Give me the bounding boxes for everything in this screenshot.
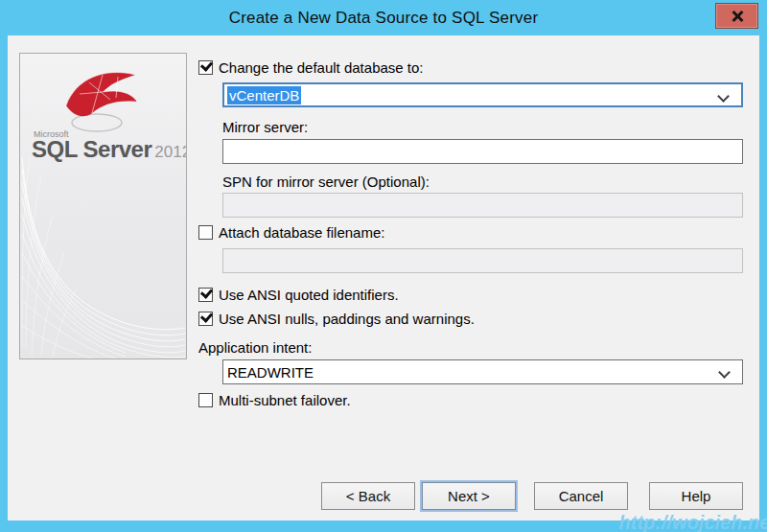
multi-subnet-row: Multi-subnet failover.	[198, 393, 351, 408]
watermark-text: http://wojcieh.net	[619, 512, 767, 532]
mirror-server-label: Mirror server:	[222, 119, 308, 135]
database-combobox[interactable]: vCenterDB	[222, 82, 743, 107]
mirror-server-input[interactable]	[222, 139, 743, 164]
attach-db-label: Attach database filename:	[219, 224, 384, 241]
title-bar: Create a New Data Source to SQL Server	[0, 0, 767, 35]
spn-label: SPN for mirror server (Optional):	[222, 173, 430, 190]
ansi-nulls-label: Use ANSI nulls, paddings and warnings.	[219, 311, 475, 327]
back-button[interactable]: < Back	[321, 482, 415, 510]
help-button[interactable]: Help	[649, 482, 743, 510]
cancel-button[interactable]: Cancel	[534, 482, 628, 510]
dialog-body: Microsoft SQL Server2012	[8, 35, 759, 520]
change-db-label: Change the default database to:	[219, 59, 424, 76]
ansi-nulls-row: Use ANSI nulls, paddings and warnings.	[198, 312, 475, 327]
multi-subnet-label: Multi-subnet failover.	[219, 392, 351, 408]
spn-input	[222, 193, 743, 218]
app-intent-combobox-value: READWRITE	[227, 364, 314, 381]
attach-db-row: Attach database filename:	[198, 225, 384, 241]
wave-mesh-decoration	[20, 157, 186, 359]
close-icon	[732, 11, 743, 22]
app-intent-label: Application intent:	[198, 339, 312, 356]
chevron-down-icon	[720, 368, 729, 377]
ansi-quoted-label: Use ANSI quoted identifiers.	[219, 287, 399, 303]
ansi-quoted-row: Use ANSI quoted identifiers.	[198, 288, 399, 303]
dialog-title: Create a New Data Source to SQL Server	[229, 9, 539, 28]
chevron-down-icon	[719, 92, 728, 101]
change-db-row: Change the default database to:	[198, 60, 424, 76]
dialog-window: Create a New Data Source to SQL Server M…	[0, 0, 767, 532]
ansi-quoted-checkbox[interactable]	[198, 288, 213, 302]
multi-subnet-checkbox[interactable]	[198, 393, 213, 407]
close-button[interactable]	[715, 3, 758, 29]
change-db-checkbox[interactable]	[198, 60, 213, 75]
attach-db-checkbox[interactable]	[198, 225, 213, 240]
app-intent-combobox[interactable]: READWRITE	[222, 359, 743, 384]
attach-filename-input	[222, 248, 743, 273]
sql-server-logo-panel: Microsoft SQL Server2012	[19, 53, 187, 359]
database-combobox-value: vCenterDB	[227, 86, 301, 104]
sql-server-swoosh-icon	[60, 65, 147, 140]
next-button[interactable]: Next >	[422, 482, 516, 510]
ansi-nulls-checkbox[interactable]	[198, 312, 213, 326]
